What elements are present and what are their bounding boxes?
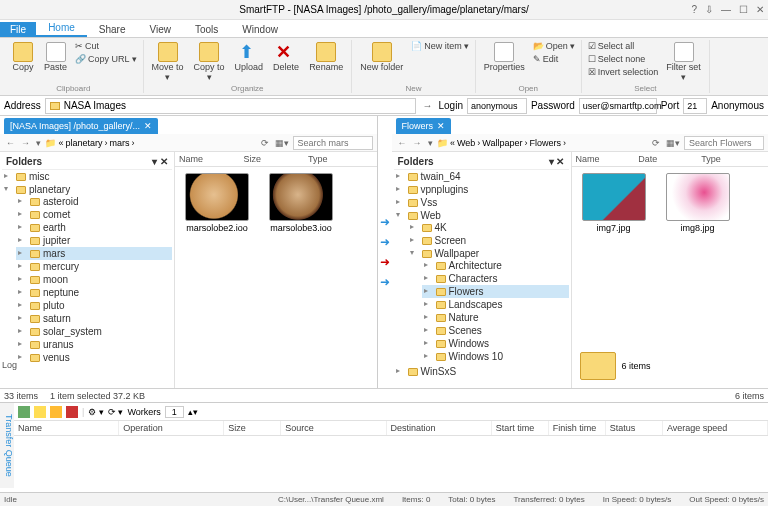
file-item[interactable]: marsolobe2.ioo: [181, 173, 253, 233]
collapse-icon[interactable]: ▾ ✕: [152, 156, 168, 167]
filterset-button[interactable]: Filter set▾: [662, 40, 705, 84]
tree-item[interactable]: moon: [16, 273, 172, 286]
tab-home[interactable]: Home: [36, 20, 87, 37]
tree-item[interactable]: venus: [16, 351, 172, 364]
qcol-operation[interactable]: Operation: [119, 421, 224, 435]
tree-item[interactable]: Windows: [422, 337, 569, 350]
tab-view[interactable]: View: [138, 22, 184, 37]
tree-item[interactable]: planetary asteroid comet earth jupiter m…: [2, 183, 172, 365]
left-tab[interactable]: [NASA Images] /photo_gallery/...✕: [4, 118, 158, 134]
address-input[interactable]: NASA Images: [45, 98, 417, 114]
col-date[interactable]: Date: [638, 154, 701, 164]
options-icon[interactable]: ⚙ ▾: [88, 407, 104, 417]
properties-button[interactable]: Properties: [480, 40, 529, 74]
tree-item[interactable]: Scenes: [422, 324, 569, 337]
view-icon[interactable]: ▦▾: [664, 138, 682, 148]
tree-item[interactable]: Characters: [422, 272, 569, 285]
tree-item[interactable]: comet: [16, 208, 172, 221]
qcol-name[interactable]: Name: [14, 421, 119, 435]
copy-button[interactable]: Copy: [8, 40, 38, 74]
collapse-icon[interactable]: ▾ ✕: [549, 156, 565, 167]
breadcrumb[interactable]: 📁 « Web › Wallpaper › Flowers ›: [437, 138, 649, 148]
tree-item[interactable]: solar_system: [16, 325, 172, 338]
newfolder-button[interactable]: New folder: [356, 40, 407, 74]
col-size[interactable]: Size: [244, 154, 309, 164]
paste-button[interactable]: Paste: [40, 40, 71, 74]
tree-item[interactable]: pluto: [16, 299, 172, 312]
refresh-icon[interactable]: ⟳: [259, 138, 271, 148]
port-input[interactable]: 21: [683, 98, 707, 114]
go-button[interactable]: →: [420, 100, 434, 111]
tree-item[interactable]: saturn: [16, 312, 172, 325]
tree-item[interactable]: Windows 10: [422, 350, 569, 363]
close-icon[interactable]: ✕: [144, 121, 152, 131]
search-input[interactable]: [684, 136, 764, 150]
copyto-button[interactable]: Copy to▾: [190, 40, 229, 84]
search-input[interactable]: [293, 136, 373, 150]
play-icon[interactable]: [34, 406, 46, 418]
tree-item-selected[interactable]: mars: [16, 247, 172, 260]
tree-item[interactable]: WinSxS: [394, 365, 569, 378]
refresh-icon[interactable]: ⟳: [650, 138, 662, 148]
tab-window[interactable]: Window: [230, 22, 290, 37]
tree-item[interactable]: Wallpaper Architecture Characters Flower…: [408, 247, 569, 364]
right-tab[interactable]: Flowers✕: [396, 118, 452, 134]
qcol-avg[interactable]: Average speed: [663, 421, 768, 435]
queue-side-label[interactable]: Transfer Queue: [0, 403, 14, 488]
delete-button[interactable]: ✕Delete: [269, 40, 303, 84]
tree-item[interactable]: earth: [16, 221, 172, 234]
col-name[interactable]: Name: [576, 154, 639, 164]
refresh-icon[interactable]: ⟳ ▾: [108, 407, 124, 417]
file-menu[interactable]: File: [0, 22, 36, 37]
maximize-icon[interactable]: ☐: [739, 4, 748, 15]
tree-item[interactable]: vpnplugins: [394, 183, 569, 196]
dropdown-icon[interactable]: ⇩: [705, 4, 713, 15]
upload-button[interactable]: ⬆Upload: [231, 40, 268, 84]
view-icon[interactable]: ▦▾: [273, 138, 291, 148]
back-button[interactable]: ←: [396, 138, 409, 148]
password-input[interactable]: user@smartftp.com: [579, 98, 657, 114]
forward-button[interactable]: →: [19, 138, 32, 148]
workers-input[interactable]: 1: [165, 406, 184, 418]
open-button[interactable]: 📂 Open ▾: [531, 40, 577, 52]
col-name[interactable]: Name: [179, 154, 244, 164]
edit-button[interactable]: ✎ Edit: [531, 53, 577, 65]
tree-item-selected[interactable]: Flowers: [422, 285, 569, 298]
sync-left-icon[interactable]: ➜: [380, 275, 390, 289]
tree-item[interactable]: uranus: [16, 338, 172, 351]
tree-item[interactable]: mercury: [16, 260, 172, 273]
start-icon[interactable]: [18, 406, 30, 418]
newitem-button[interactable]: 📄 New item ▾: [409, 40, 471, 52]
close-icon[interactable]: ✕: [437, 121, 445, 131]
selectall-button[interactable]: ☑ Select all: [586, 40, 661, 52]
stop-icon[interactable]: [66, 406, 78, 418]
help-icon[interactable]: ?: [691, 4, 697, 15]
pause-icon[interactable]: [50, 406, 62, 418]
up-icon[interactable]: ▾: [34, 138, 43, 148]
close-icon[interactable]: ✕: [756, 4, 764, 15]
rename-button[interactable]: Rename: [305, 40, 347, 84]
tab-tools[interactable]: Tools: [183, 22, 230, 37]
copyurl-button[interactable]: 🔗 Copy URL ▾: [73, 53, 139, 65]
tree-item[interactable]: twain_64: [394, 170, 569, 183]
tab-share[interactable]: Share: [87, 22, 138, 37]
tree-item[interactable]: Landscapes: [422, 298, 569, 311]
breadcrumb[interactable]: 📁 « planetary › mars ›: [45, 138, 257, 148]
qcol-destination[interactable]: Destination: [387, 421, 492, 435]
col-type[interactable]: Type: [308, 154, 373, 164]
tree-item[interactable]: jupiter: [16, 234, 172, 247]
qcol-size[interactable]: Size: [224, 421, 281, 435]
qcol-status[interactable]: Status: [606, 421, 663, 435]
tree-item[interactable]: Nature: [422, 311, 569, 324]
login-input[interactable]: anonymous: [467, 98, 527, 114]
tree-item[interactable]: Screen: [408, 234, 569, 247]
qcol-start[interactable]: Start time: [492, 421, 549, 435]
sync-down-icon[interactable]: ➜: [380, 235, 390, 249]
invert-button[interactable]: ☒ Invert selection: [586, 66, 661, 78]
forward-button[interactable]: →: [411, 138, 424, 148]
file-item[interactable]: img8.jpg: [662, 173, 734, 233]
tree-item[interactable]: misc: [2, 170, 172, 183]
cut-button[interactable]: ✂ Cut: [73, 40, 139, 52]
tree-item[interactable]: 4K: [408, 221, 569, 234]
sync-right-icon[interactable]: ➜: [380, 215, 390, 229]
